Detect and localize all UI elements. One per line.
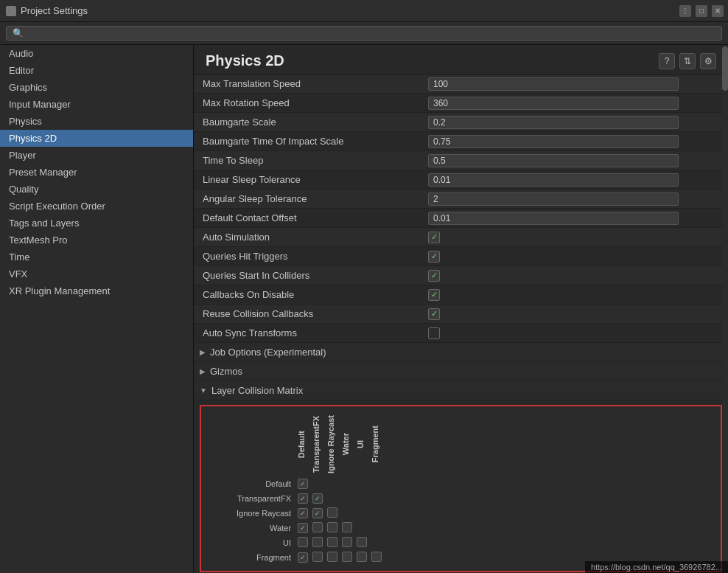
close-btn[interactable]: ✕ [712, 5, 724, 17]
section-arrow: ▼ [200, 386, 207, 395]
sidebar-item-audio[interactable]: Audio [0, 45, 193, 62]
matrix-checkbox[interactable] [312, 508, 323, 518]
matrix-checkbox-empty[interactable] [371, 552, 382, 562]
sidebar-item-tags-and-layers[interactable]: Tags and Layers [0, 215, 193, 232]
matrix-cell[interactable] [310, 550, 325, 565]
matrix-checkbox-empty[interactable] [327, 522, 337, 532]
settings-row: Queries Hit Triggers [194, 247, 728, 266]
sidebar-item-physics[interactable]: Physics [0, 113, 193, 130]
matrix-checkbox-empty[interactable] [298, 537, 308, 547]
titlebar-text: Project Settings [21, 5, 88, 16]
restore-btn[interactable]: □ [696, 5, 707, 17]
matrix-checkbox-empty[interactable] [342, 522, 352, 532]
matrix-cell[interactable] [295, 476, 310, 491]
matrix-checkbox[interactable] [312, 493, 323, 504]
sidebar-item-physics-2d[interactable]: Physics 2D [0, 130, 193, 147]
sidebar-item-xr-plugin-management[interactable]: XR Plugin Management [0, 282, 193, 299]
scrollbar-thumb[interactable] [722, 46, 728, 91]
matrix-checkbox[interactable] [298, 523, 308, 533]
settings-checkbox[interactable] [428, 289, 440, 301]
matrix-checkbox[interactable] [298, 552, 308, 563]
settings-value-input[interactable] [428, 192, 679, 206]
matrix-checkbox[interactable] [298, 508, 308, 518]
matrix-cell[interactable] [340, 535, 354, 550]
sidebar-item-textmesh-pro[interactable]: TextMesh Pro [0, 232, 193, 249]
matrix-cell[interactable] [310, 506, 325, 521]
settings-value-input[interactable] [428, 135, 679, 148]
matrix-checkbox[interactable] [298, 493, 308, 504]
settings-icon[interactable]: ⚙ [700, 53, 716, 69]
sidebar-item-editor[interactable]: Editor [0, 62, 193, 79]
settings-row: Max Rotation Speed [194, 94, 728, 113]
matrix-row-label: TransparentFX [207, 491, 295, 506]
matrix-checkbox-empty[interactable] [312, 537, 323, 547]
matrix-cell[interactable] [325, 506, 340, 521]
matrix-checkbox-empty[interactable] [312, 522, 323, 532]
matrix-checkbox-empty[interactable] [342, 552, 352, 562]
sidebar-item-vfx[interactable]: VFX [0, 265, 193, 282]
settings-value-input[interactable] [428, 116, 679, 129]
settings-row: Default Contact Offset [194, 209, 728, 228]
matrix-cell[interactable] [295, 491, 310, 506]
matrix-row-label: Water [207, 521, 295, 535]
settings-checkbox[interactable] [428, 327, 440, 339]
matrix-cell[interactable] [295, 550, 310, 565]
settings-checkbox[interactable] [428, 232, 440, 243]
url-bar: https://blog.csdn.net/qq_36926782... [585, 561, 728, 573]
matrix-cell[interactable] [310, 491, 325, 506]
settings-row: Callbacks On Disable [194, 285, 728, 305]
scrollbar-track[interactable] [722, 45, 728, 573]
matrix-checkbox[interactable] [298, 479, 308, 489]
matrix-cell[interactable] [295, 535, 310, 550]
matrix-checkbox-empty[interactable] [312, 552, 323, 562]
matrix-checkbox-empty[interactable] [327, 507, 337, 518]
settings-row: Reuse Collision Callbacks [194, 305, 728, 324]
matrix-cell[interactable] [340, 550, 354, 565]
sidebar-item-input-manager[interactable]: Input Manager [0, 96, 193, 113]
settings-checkbox[interactable] [428, 270, 440, 282]
help-icon[interactable]: ? [659, 53, 675, 69]
matrix-cell[interactable] [354, 550, 369, 565]
section-header-2[interactable]: ▼Layer Collision Matrix [194, 381, 728, 400]
settings-row: Time To Sleep [194, 151, 728, 170]
matrix-checkbox-empty[interactable] [327, 537, 337, 547]
sidebar-item-time[interactable]: Time [0, 249, 193, 265]
matrix-cell[interactable] [295, 506, 310, 521]
matrix-checkbox-empty[interactable] [357, 552, 367, 562]
layout-icon[interactable]: ⇅ [679, 53, 696, 69]
sidebar-item-script-execution-order[interactable]: Script Execution Order [0, 198, 193, 215]
section-header-0[interactable]: ▶Job Options (Experimental) [194, 343, 728, 362]
matrix-row-label: Fragment [207, 550, 295, 565]
settings-checkbox[interactable] [428, 251, 440, 263]
matrix-cell[interactable] [325, 521, 340, 535]
matrix-cell[interactable] [310, 521, 325, 535]
search-input[interactable] [6, 26, 722, 41]
matrix-cell[interactable] [310, 535, 325, 550]
matrix-cell[interactable] [354, 535, 369, 550]
settings-value-input[interactable] [428, 173, 679, 187]
matrix-checkbox-empty[interactable] [327, 552, 337, 562]
settings-value-input[interactable] [428, 77, 679, 91]
settings-label: Baumgarte Time Of Impact Scale [200, 136, 428, 147]
menu-btn[interactable]: ⋮ [679, 5, 691, 17]
sidebar-item-player[interactable]: Player [0, 147, 193, 164]
sidebar-item-graphics[interactable]: Graphics [0, 79, 193, 96]
matrix-checkbox-empty[interactable] [357, 537, 367, 547]
matrix-checkbox-empty[interactable] [342, 537, 352, 547]
settings-value-input[interactable] [428, 97, 679, 110]
sidebar-item-preset-manager[interactable]: Preset Manager [0, 164, 193, 181]
section-header-1[interactable]: ▶Gizmos [194, 362, 728, 381]
matrix-cell[interactable] [295, 521, 310, 535]
sidebar-item-quality[interactable]: Quality [0, 181, 193, 198]
matrix-row-label: Ignore Raycast [207, 506, 295, 521]
settings-value-input[interactable] [428, 154, 679, 167]
settings-value-input[interactable] [428, 212, 679, 225]
matrix-cell[interactable] [340, 521, 354, 535]
matrix-cell[interactable] [369, 550, 384, 565]
matrix-cell[interactable] [325, 535, 340, 550]
settings-row: Auto Sync Transforms [194, 324, 728, 343]
settings-checkbox[interactable] [428, 308, 440, 320]
settings-row: Queries Start In Colliders [194, 266, 728, 285]
content-area: Physics 2D ? ⇅ ⚙ Max Translation SpeedMa… [194, 45, 728, 573]
matrix-cell[interactable] [325, 550, 340, 565]
